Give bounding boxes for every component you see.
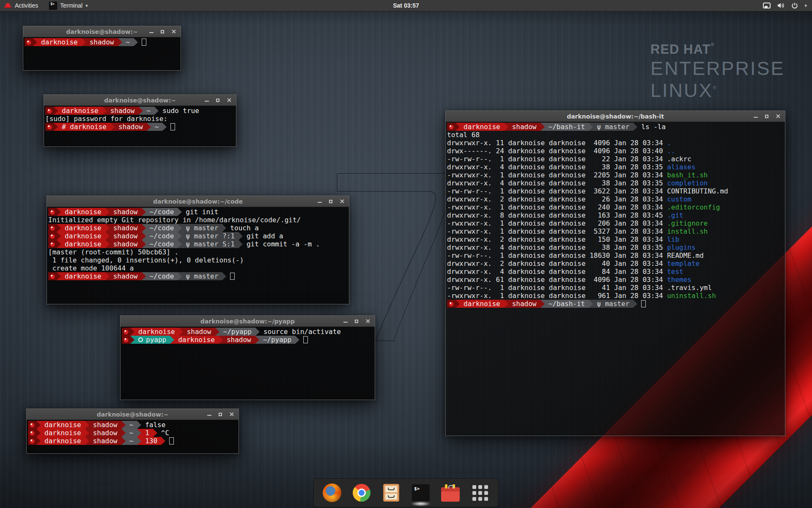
ls-row-meta: drwxrwxr-x. 11 darknoise darknoise 4096 … (447, 139, 667, 147)
maximize-button[interactable] (159, 28, 166, 35)
terminal-content[interactable]: darknoiseshadow~sudo true[sudo] password… (44, 106, 236, 146)
maximize-button[interactable] (763, 113, 770, 120)
window-titlebar[interactable]: darknoise@shadow:~ (44, 95, 236, 106)
prompt-hat-icon (47, 124, 52, 130)
dock-item-app-grid[interactable] (470, 483, 490, 502)
chrome-icon (353, 484, 370, 502)
ls-row-meta: -rwxrwxr-x. 1 darknoise darknoise 206 Ja… (447, 219, 667, 227)
powerline-separator (57, 208, 61, 216)
terminal-content[interactable]: darknoiseshadow~ (23, 37, 181, 70)
ls-row-filename: aliases (667, 163, 695, 171)
clock[interactable]: Sat 03:57 (0, 2, 812, 9)
powerline-segment-host: shadow (110, 224, 142, 232)
chevron-down-icon: ▾ (85, 3, 88, 8)
ls-row-filename: README.md (667, 251, 704, 260)
volume-icon (777, 2, 785, 9)
powerline-segment-branch: ψ master (182, 224, 222, 232)
maximize-button[interactable] (217, 411, 224, 418)
ls-row-filename: CONTRIBUTING.md (667, 187, 728, 195)
minimize-button[interactable] (752, 113, 759, 120)
system-status-area[interactable]: ▾ (763, 2, 812, 9)
maximize-button[interactable] (353, 318, 360, 325)
powerline-separator (161, 437, 165, 445)
maximize-button[interactable] (327, 198, 334, 205)
window-titlebar[interactable]: darknoise@shadow:~/bash-it (446, 111, 785, 122)
ls-row-filename: .travis.yml (667, 284, 712, 292)
command-text: sudo true (159, 107, 199, 115)
dock-item-files[interactable] (381, 483, 401, 502)
powerline-separator (121, 437, 126, 445)
powerline-separator (504, 123, 508, 131)
window-controls (752, 113, 785, 120)
terminal-content[interactable]: darknoiseshadow~/pyappsource bin/activat… (121, 327, 375, 400)
command-text: touch a (226, 224, 258, 232)
ls-row-meta: drwxrwxr-x. 4 darknoise darknoise 38 Jan… (447, 179, 667, 187)
close-icon (365, 319, 370, 323)
powerline-separator (142, 232, 146, 240)
powerline-segment-path: ~/pyapp (219, 328, 255, 336)
terminal-content[interactable]: darknoiseshadow~/bash-itψ masterls -lato… (446, 122, 785, 436)
powerline-separator (222, 224, 226, 232)
output-line: drwxrwxr-x. 4 darknoise darknoise 84 Jan… (447, 268, 784, 276)
close-button[interactable] (228, 411, 235, 418)
powerline-separator (633, 123, 637, 131)
dock-item-toolbox[interactable] (441, 483, 460, 502)
terminal-content[interactable]: darknoiseshadow~falsedarknoiseshadow~1^C… (27, 420, 239, 453)
powerline-segment-branch: ψ master ?:1 (182, 232, 239, 240)
prompt-line: darknoiseshadow~/bash-itψ masterls -la (447, 123, 784, 131)
close-button[interactable] (170, 28, 177, 35)
ls-row-meta: -rwxrwxr-x. 1 darknoise darknoise 5327 J… (447, 227, 667, 235)
close-button[interactable] (774, 113, 781, 120)
redhat-logo-icon (4, 3, 11, 8)
prompt-line: darknoiseshadow~/codeψ master S:1git com… (48, 240, 348, 248)
window-controls (148, 28, 181, 35)
chevron-down-icon: ▾ (804, 3, 807, 8)
maximize-button[interactable] (214, 97, 221, 104)
window-titlebar[interactable]: darknoise@shadow:~/pyapp (121, 316, 375, 327)
powerline-segment-user: darknoise (174, 336, 219, 344)
powerline-segment-icon (48, 224, 57, 232)
prompt-hat-icon (47, 108, 52, 113)
window-title: darknoise@shadow:~/code (47, 198, 349, 205)
activities-button[interactable]: Activities (15, 2, 38, 9)
powerline-separator (130, 328, 134, 336)
powerline-separator (105, 208, 110, 216)
output-line: -rw-rw-r--. 1 darknoise darknoise 18630 … (447, 251, 784, 260)
dock-item-chrome[interactable] (352, 483, 371, 502)
powerline-segment-icon (25, 38, 33, 46)
powerline-segment-path: ~ (143, 107, 155, 115)
close-icon (229, 412, 234, 417)
powerline-separator (455, 123, 460, 131)
minimize-button[interactable] (342, 318, 349, 325)
minimize-button[interactable] (203, 97, 210, 104)
terminal-cursor (303, 336, 308, 343)
dock-item-terminal[interactable]: $> (411, 483, 431, 502)
powerline-segment-icon (48, 208, 57, 216)
window-titlebar[interactable]: darknoise@shadow:~ (23, 26, 181, 37)
close-button[interactable] (338, 198, 345, 205)
command-text: false (141, 421, 165, 429)
powerline-segment-icon (28, 421, 36, 429)
top-bar: Activities $> Terminal ▾ Sat 03:57 ▾ (0, 0, 812, 11)
ls-row-filename: bash_it.sh (667, 171, 708, 179)
prompt-hat-icon (123, 337, 129, 342)
window-titlebar[interactable]: darknoise@shadow:~ (27, 409, 239, 420)
powerline-segment-path: ~/code (146, 208, 178, 216)
close-button[interactable] (225, 97, 232, 104)
window-titlebar[interactable]: darknoise@shadow:~/code (47, 196, 349, 207)
powerline-segment-user: # darknoise (58, 123, 110, 131)
powerline-separator (36, 437, 41, 445)
minimize-button[interactable] (206, 411, 213, 418)
ls-row-filename: lib (667, 235, 679, 243)
rhel-wordmark: RED HAT® ENTERPRISE LINUX® (650, 42, 785, 100)
output-line: [master (root-commit) 50bcb63] . (48, 248, 348, 256)
minimize-button[interactable] (316, 198, 323, 205)
powerline-segment-user: darknoise (61, 232, 105, 240)
dock-item-firefox[interactable] (322, 483, 342, 502)
terminal-content[interactable]: darknoiseshadow~/codegit initInitialized… (47, 207, 349, 304)
focused-app-menu[interactable]: $> Terminal ▾ (49, 2, 88, 10)
ls-row-meta: drwxrwxr-x. 61 darknoise darknoise 4096 … (447, 276, 667, 284)
minimize-button[interactable] (148, 28, 155, 35)
close-button[interactable] (364, 318, 371, 325)
powerline-segment-host: shadow (110, 272, 142, 280)
